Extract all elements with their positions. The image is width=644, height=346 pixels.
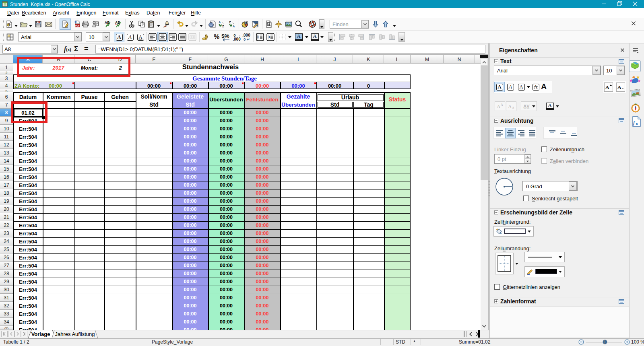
- svg-text:PDF: PDF: [75, 25, 80, 27]
- svg-text:Z: Z: [229, 21, 231, 24]
- svg-text:A: A: [605, 84, 609, 90]
- svg-text:x: x: [636, 121, 638, 126]
- svg-text:A: A: [233, 25, 235, 28]
- svg-text:Z: Z: [222, 25, 224, 28]
- svg-text:N: N: [635, 103, 636, 105]
- svg-text:A: A: [512, 106, 514, 109]
- svg-text:A: A: [508, 103, 512, 109]
- svg-text:A: A: [501, 103, 503, 107]
- svg-text:A: A: [617, 84, 621, 90]
- svg-text:A: A: [497, 103, 501, 109]
- svg-text:A: A: [219, 21, 221, 24]
